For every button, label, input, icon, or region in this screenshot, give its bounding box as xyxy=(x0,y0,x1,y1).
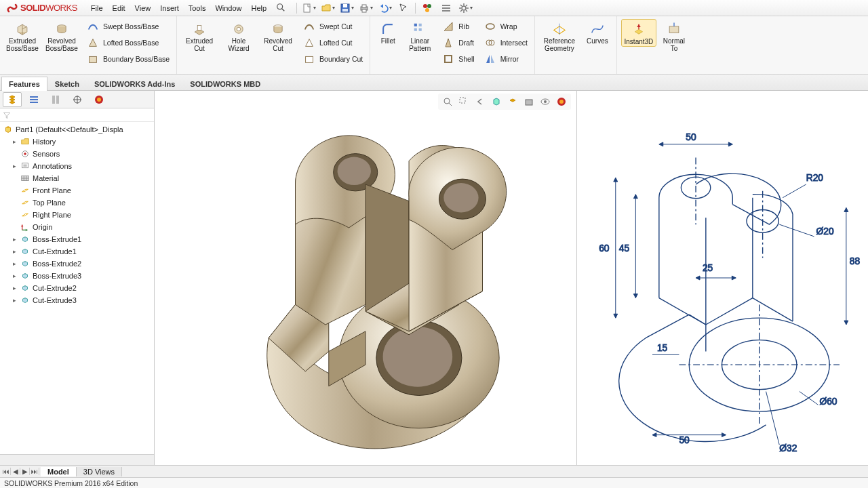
revolved-boss-button[interactable]: Revolved Boss/Base xyxy=(43,19,80,52)
tab-scroll-controls[interactable]: ⏮◀▶⏭ xyxy=(0,468,41,475)
mirror-icon xyxy=(483,52,498,66)
tree-item[interactable]: Front Plane xyxy=(0,184,154,197)
ribbon-group-boss: Extruded Boss/Base Revolved Boss/Base Sw… xyxy=(0,16,177,74)
fillet-button[interactable]: Fillet xyxy=(374,19,401,45)
svg-rect-8 xyxy=(362,9,366,12)
tree-item[interactable]: ▸History xyxy=(0,136,154,148)
svg-point-76 xyxy=(338,157,371,185)
select-button[interactable] xyxy=(396,1,411,15)
menu-help[interactable]: Help xyxy=(248,2,271,14)
tab-sketch[interactable]: Sketch xyxy=(47,77,87,91)
svg-rect-32 xyxy=(419,24,422,26)
tab-3dviews[interactable]: 3D Views xyxy=(77,467,122,476)
print-button[interactable] xyxy=(358,1,373,15)
tree-item[interactable]: Material xyxy=(0,172,154,184)
extruded-cut-button[interactable]: Extruded Cut xyxy=(181,19,218,52)
app-name: SOLIDWORKS xyxy=(20,3,77,13)
svg-line-92 xyxy=(779,224,814,237)
lofted-boss-button[interactable]: Lofted Boss/Base xyxy=(83,35,172,50)
tree-item-icon xyxy=(20,197,31,208)
settings-button[interactable] xyxy=(458,1,473,15)
tree-hscroll[interactable] xyxy=(0,454,154,465)
svg-point-9 xyxy=(423,4,427,8)
tree-item[interactable]: Top Plane xyxy=(0,197,154,209)
tree-item[interactable]: ▸Boss-Extrude2 xyxy=(0,258,154,270)
menu-edit[interactable]: Edit xyxy=(108,2,130,14)
intersect-icon xyxy=(483,35,498,50)
swept-boss-button[interactable]: Swept Boss/Base xyxy=(83,19,172,34)
tree-item[interactable]: ▸Cut-Extrude3 xyxy=(0,294,154,306)
svg-rect-35 xyxy=(445,56,452,62)
new-button[interactable] xyxy=(301,1,316,15)
menu-tools[interactable]: Tools xyxy=(184,2,210,14)
tree-root[interactable]: Part1 (Default<<Default>_Displa xyxy=(0,123,154,136)
revolved-cut-button[interactable]: Revolved Cut xyxy=(260,19,296,52)
fm-tab-property[interactable] xyxy=(24,92,43,107)
curves-button[interactable]: Curves xyxy=(583,19,612,45)
fm-tab-dim[interactable] xyxy=(68,92,87,107)
options-list-button[interactable] xyxy=(439,1,454,15)
svg-line-1 xyxy=(282,8,285,11)
reference-geometry-icon xyxy=(552,22,567,37)
fm-tab-config[interactable] xyxy=(46,92,65,107)
mirror-button[interactable]: Mirror xyxy=(480,52,530,66)
tree-item[interactable]: ▸Boss-Extrude3 xyxy=(0,270,154,282)
boundary-cut-icon xyxy=(302,52,317,66)
svg-rect-31 xyxy=(414,24,417,26)
undo-button[interactable] xyxy=(377,1,392,15)
tree-item[interactable]: Right Plane xyxy=(0,209,154,221)
tab-addins[interactable]: SOLIDWORKS Add-Ins xyxy=(87,77,182,91)
search-icon[interactable] xyxy=(272,1,290,16)
graphics-area[interactable] xyxy=(155,91,576,465)
swept-cut-button[interactable]: Swept Cut xyxy=(299,19,366,34)
tree-item[interactable]: ▸Cut-Extrude1 xyxy=(0,245,154,258)
rebuild-button[interactable] xyxy=(420,1,435,15)
lofted-boss-icon xyxy=(85,35,100,50)
wrap-button[interactable]: Wrap xyxy=(480,19,530,34)
instant3d-button[interactable]: Instant3D xyxy=(621,19,656,47)
boundary-boss-button[interactable]: Boundary Boss/Base xyxy=(83,52,172,66)
menu-window[interactable]: Window xyxy=(211,2,245,14)
linear-pattern-button[interactable]: Linear Pattern xyxy=(404,19,435,52)
tree-item[interactable]: ▸Annotations xyxy=(0,160,154,172)
svg-point-54 xyxy=(24,152,26,155)
boundary-cut-button[interactable]: Boundary Cut xyxy=(299,52,366,66)
tree-item[interactable]: Sensors xyxy=(0,148,154,160)
intersect-button[interactable]: Intersect xyxy=(480,35,530,50)
fm-tab-display[interactable] xyxy=(90,92,108,107)
extruded-boss-icon xyxy=(15,22,30,37)
extruded-boss-button[interactable]: Extruded Boss/Base xyxy=(4,19,41,52)
feature-filter-bar[interactable] xyxy=(0,108,154,122)
draft-button[interactable]: Draft xyxy=(438,35,477,50)
dim-bore: Ø32 xyxy=(779,443,797,453)
feature-manager-tabs xyxy=(0,91,154,108)
menu-file[interactable]: File xyxy=(87,2,107,14)
tab-mbd[interactable]: SOLIDWORKS MBD xyxy=(182,77,268,91)
menu-insert[interactable]: Insert xyxy=(156,2,183,14)
dim-hole: Ø20 xyxy=(816,226,834,237)
fm-tab-tree[interactable] xyxy=(3,92,22,107)
shell-button[interactable]: Shell xyxy=(438,52,477,66)
tree-item-icon xyxy=(20,270,31,281)
svg-rect-45 xyxy=(30,102,38,103)
svg-rect-2 xyxy=(304,4,310,12)
tree-item-icon xyxy=(20,234,31,245)
normal-to-button[interactable]: Normal To xyxy=(659,19,689,52)
tab-model[interactable]: Model xyxy=(41,467,77,476)
swept-boss-icon xyxy=(85,19,100,34)
ribbon-group-cut: Extruded Cut Hole Wizard Revolved Cut Sw… xyxy=(177,16,370,74)
rib-button[interactable]: Rib xyxy=(438,19,477,34)
tree-item[interactable]: ▸Cut-Extrude2 xyxy=(0,282,154,294)
menu-view[interactable]: View xyxy=(131,2,155,14)
save-button[interactable] xyxy=(339,1,354,15)
open-button[interactable] xyxy=(320,1,335,15)
dim-overall-h: 60 xyxy=(599,243,610,253)
revolved-cut-icon xyxy=(271,22,285,37)
tree-item[interactable]: ▸Boss-Extrude1 xyxy=(0,233,154,245)
tab-features[interactable]: Features xyxy=(1,77,47,91)
hole-wizard-button[interactable]: Hole Wizard xyxy=(220,19,257,52)
lofted-cut-button[interactable]: Lofted Cut xyxy=(299,35,366,50)
tree-item[interactable]: Origin xyxy=(0,221,154,233)
reference-geometry-button[interactable]: Reference Geometry xyxy=(539,19,580,52)
svg-rect-12 xyxy=(442,5,450,6)
